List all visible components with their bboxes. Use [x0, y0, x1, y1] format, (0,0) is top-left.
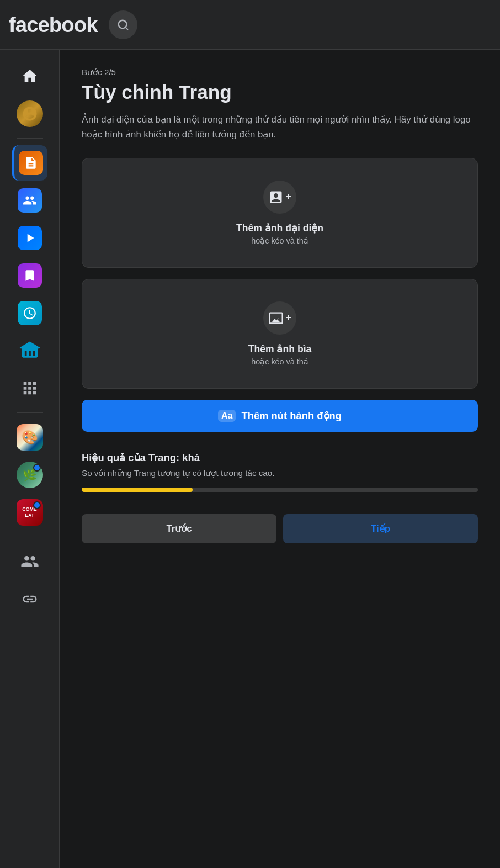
sidebar-item-friends[interactable] [12, 183, 47, 218]
cover-upload-title: Thêm ảnh bìa [248, 343, 312, 355]
marketplace-icon [18, 338, 42, 363]
effectiveness-section: Hiệu quả của Trang: khá So với những Tra… [82, 452, 478, 492]
action-button-icon: Aa [218, 410, 236, 422]
page-description: Ảnh đại diện của bạn là một trong những … [82, 113, 478, 142]
app2-wrapper: 🌿 [17, 462, 43, 488]
prev-button[interactable]: Trước [82, 514, 276, 543]
bookmark-icon [18, 263, 42, 288]
sidebar-item-home[interactable] [12, 59, 47, 94]
sidebar-item-app3[interactable]: COMEEAT [12, 495, 47, 530]
home-icon [21, 67, 39, 85]
sidebar-item-saved[interactable] [12, 258, 47, 293]
cover-upload-icon: + [263, 301, 296, 335]
facebook-logo: facebook [9, 13, 98, 37]
main-layout: 🎨 🌿 COMEEAT [0, 50, 500, 868]
app3-notification-badge [33, 501, 41, 509]
action-button-label: Thêm nút hành động [241, 410, 342, 422]
header: facebook [0, 0, 500, 50]
watch-icon [18, 226, 42, 250]
sidebar-item-people[interactable] [12, 544, 47, 579]
avatar-upload-area[interactable]: + Thêm ảnh đại diện hoặc kéo và thả [82, 158, 478, 268]
page-title: Tùy chinh Trang [82, 81, 478, 104]
effectiveness-description: So với những Trang tương tự có lượt tươn… [82, 467, 478, 480]
people-icon [20, 552, 39, 571]
app1-icon: 🎨 [17, 424, 43, 451]
sidebar-item-pages[interactable] [12, 145, 47, 181]
sidebar-divider-2 [17, 412, 43, 413]
svg-line-1 [125, 27, 127, 29]
sidebar: 🎨 🌿 COMEEAT [0, 50, 60, 868]
avatar [17, 100, 43, 127]
cover-upload-subtitle: hoặc kéo và thả [251, 357, 308, 366]
sidebar-item-link[interactable] [12, 581, 47, 617]
sidebar-item-marketplace[interactable] [12, 333, 47, 368]
step-label: Bước 2/5 [82, 67, 478, 77]
avatar-upload-icon: + [263, 181, 296, 214]
progress-bar-container [82, 488, 478, 492]
clock-icon [18, 301, 42, 325]
search-button[interactable] [109, 10, 137, 39]
sidebar-divider-1 [17, 138, 43, 139]
add-action-button[interactable]: Aa Thêm nút hành động [82, 400, 478, 432]
bottom-navigation: Trước Tiếp [82, 514, 478, 543]
effectiveness-title: Hiệu quả của Trang: khá [82, 452, 478, 464]
avatar-upload-title: Thêm ảnh đại diện [236, 223, 323, 234]
sidebar-item-watch[interactable] [12, 220, 47, 256]
friends-icon [18, 188, 42, 213]
next-button[interactable]: Tiếp [283, 514, 478, 543]
app3-wrapper: COMEEAT [17, 499, 43, 526]
sidebar-item-avatar[interactable] [12, 96, 47, 131]
search-icon [117, 19, 129, 31]
app2-notification-badge [33, 464, 41, 472]
avatar-upload-subtitle: hoặc kéo và thả [251, 236, 308, 245]
progress-bar-fill [82, 488, 193, 492]
sidebar-divider-3 [17, 537, 43, 537]
main-content: Bước 2/5 Tùy chinh Trang Ảnh đại diện củ… [60, 50, 500, 868]
sidebar-item-app2[interactable]: 🌿 [12, 457, 47, 493]
link-icon [22, 591, 38, 607]
grid-icon [20, 379, 39, 398]
sidebar-item-app1[interactable]: 🎨 [12, 420, 47, 455]
sidebar-item-apps[interactable] [12, 371, 47, 406]
sidebar-item-memories[interactable] [12, 295, 47, 331]
pages-icon [19, 151, 43, 175]
cover-upload-area[interactable]: + Thêm ảnh bìa hoặc kéo và thả [82, 279, 478, 389]
